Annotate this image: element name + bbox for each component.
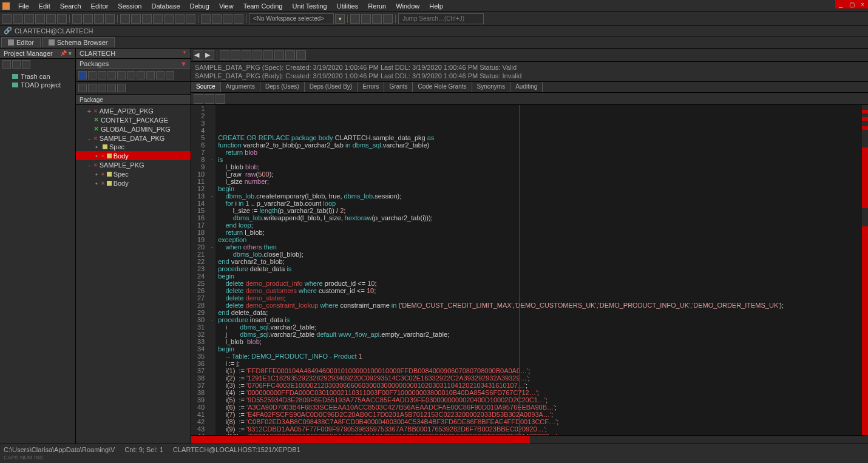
toolbar-button[interactable] <box>383 14 393 24</box>
minimize-button[interactable]: _ <box>835 0 846 8</box>
toolbar-button[interactable] <box>372 14 382 24</box>
ed-tool-button[interactable] <box>231 50 240 60</box>
detail-tab[interactable]: Arguments <box>221 82 260 92</box>
obj-tool-button[interactable] <box>117 71 126 79</box>
fold-toggle[interactable]: - <box>208 316 215 323</box>
menu-help[interactable]: Help <box>424 1 448 11</box>
src-tool-button[interactable] <box>194 94 203 104</box>
menu-database[interactable]: Database <box>146 1 185 11</box>
obj-tool-button[interactable] <box>107 84 116 92</box>
tab-editor[interactable]: Editor <box>1 37 41 47</box>
menu-debug[interactable]: Debug <box>185 1 214 11</box>
detail-tab[interactable]: Auditing <box>510 82 543 92</box>
toolbar-button[interactable] <box>175 14 185 24</box>
toolbar-button[interactable]: ▾ <box>335 14 345 24</box>
toolbar-button[interactable] <box>234 14 243 24</box>
obj-tool-button[interactable] <box>98 71 106 79</box>
detail-tab[interactable]: Deps (Used By) <box>305 82 358 92</box>
detail-tab[interactable]: Synonyms <box>472 82 511 92</box>
toolbar-button[interactable] <box>142 14 152 24</box>
fold-toggle[interactable]: - <box>208 192 215 200</box>
obj-tool-button[interactable] <box>146 71 155 79</box>
toolbar-button[interactable] <box>186 14 195 24</box>
package-child-item[interactable]: •✕Body <box>76 151 191 160</box>
package-item[interactable]: ✕CONTEXT_PACKAGE <box>76 115 191 124</box>
fold-toggle[interactable]: - <box>208 156 215 163</box>
package-item[interactable]: +✕AME_API20_PKG <box>76 106 191 115</box>
ed-tool-button[interactable] <box>242 50 251 60</box>
dropdown-icon[interactable]: ▼ <box>180 60 187 67</box>
horizontal-scrollbar[interactable] <box>191 435 868 444</box>
ed-tool-button[interactable] <box>285 50 295 60</box>
pm-item-trash[interactable]: Trash can <box>4 72 72 81</box>
obj-tool-button[interactable] <box>117 84 126 92</box>
menu-rerun[interactable]: Rerun <box>363 1 391 11</box>
error-strip[interactable] <box>862 105 868 435</box>
toolbar-button[interactable] <box>201 14 211 24</box>
menu-session[interactable]: Session <box>113 1 146 11</box>
pm-tool-button[interactable] <box>2 60 11 69</box>
detail-tab[interactable]: Code Role Grants <box>413 82 472 92</box>
toolbar-button[interactable] <box>35 14 45 24</box>
package-child-item[interactable]: •✕Spec <box>76 169 191 178</box>
menu-editor[interactable]: Editor <box>86 1 114 11</box>
toolbar-button[interactable] <box>164 14 174 24</box>
toolbar-button[interactable] <box>24 14 34 24</box>
object-type-filter[interactable]: Packages <box>80 60 109 67</box>
obj-tool-button[interactable] <box>88 71 97 79</box>
pm-tool-button[interactable] <box>22 60 30 69</box>
toolbar-button[interactable] <box>46 14 56 24</box>
menu-team-coding[interactable]: Team Coding <box>239 1 288 11</box>
detail-tab[interactable]: Source <box>191 82 221 92</box>
detail-tab[interactable]: Grants <box>384 82 413 92</box>
src-tool-button[interactable] <box>205 94 214 104</box>
toolbar-button[interactable] <box>13 14 23 24</box>
detail-tab[interactable]: Errors <box>358 82 384 92</box>
obj-tool-button[interactable] <box>78 84 87 92</box>
pm-item-toad-project[interactable]: TOAD project <box>4 81 72 89</box>
code-editor[interactable]: 1234567891011121314151617181920212223242… <box>191 105 868 435</box>
toolbar-button[interactable] <box>2 14 12 24</box>
detail-tab[interactable]: Deps (Uses) <box>260 82 305 92</box>
ed-tool-button[interactable] <box>220 50 229 60</box>
toolbar-button[interactable] <box>361 14 371 24</box>
menu-unit-testing[interactable]: Unit Testing <box>287 1 331 11</box>
package-child-item[interactable]: •✕Body <box>76 178 191 188</box>
obj-tool-button[interactable] <box>166 71 174 79</box>
schema-name[interactable]: CLARTECH <box>80 50 115 57</box>
obj-tool-button[interactable] <box>127 71 135 79</box>
package-item[interactable]: -✕SAMPLE_PKG <box>76 160 191 169</box>
toolbar-button[interactable] <box>105 14 115 24</box>
menu-utilities[interactable]: Utilities <box>332 1 363 11</box>
jump-search-input[interactable] <box>398 13 484 24</box>
toolbar-button[interactable] <box>83 14 93 24</box>
toolbar-button[interactable] <box>223 14 232 24</box>
toolbar-button[interactable] <box>72 14 82 24</box>
pin-icon[interactable]: 📌 × <box>60 50 72 56</box>
toolbar-button[interactable] <box>94 14 104 24</box>
obj-tool-button[interactable] <box>107 71 116 79</box>
workspace-selector[interactable]: <No Workspace selected> <box>249 13 334 24</box>
fold-toggle[interactable]: - <box>208 243 215 251</box>
ed-tool-button[interactable] <box>296 50 306 60</box>
ed-tool-button[interactable] <box>253 50 262 60</box>
package-item[interactable]: -✕SAMPLE_DATA_PKG <box>76 133 191 143</box>
dropdown-icon[interactable]: ▼ <box>182 50 187 57</box>
menu-window[interactable]: Window <box>391 1 424 11</box>
toolbar-button[interactable] <box>131 14 141 24</box>
nav-back-button[interactable]: ◀ <box>194 50 203 60</box>
pm-tool-button[interactable] <box>12 60 21 69</box>
menu-search[interactable]: Search <box>55 1 86 11</box>
obj-tool-button[interactable] <box>156 71 164 79</box>
ed-tool-button[interactable] <box>274 50 284 60</box>
obj-tool-button[interactable] <box>98 84 106 92</box>
maximize-button[interactable]: ▢ <box>846 0 857 8</box>
obj-tool-button[interactable] <box>78 71 87 79</box>
toolbar-button[interactable] <box>153 14 163 24</box>
close-button[interactable]: × <box>857 0 868 8</box>
package-child-item[interactable]: •Spec <box>76 143 191 151</box>
menu-view[interactable]: View <box>214 1 239 11</box>
package-item[interactable]: ✕GLOBAL_ADMIN_PKG <box>76 124 191 133</box>
toolbar-button[interactable] <box>350 14 360 24</box>
toolbar-button[interactable] <box>212 14 222 24</box>
